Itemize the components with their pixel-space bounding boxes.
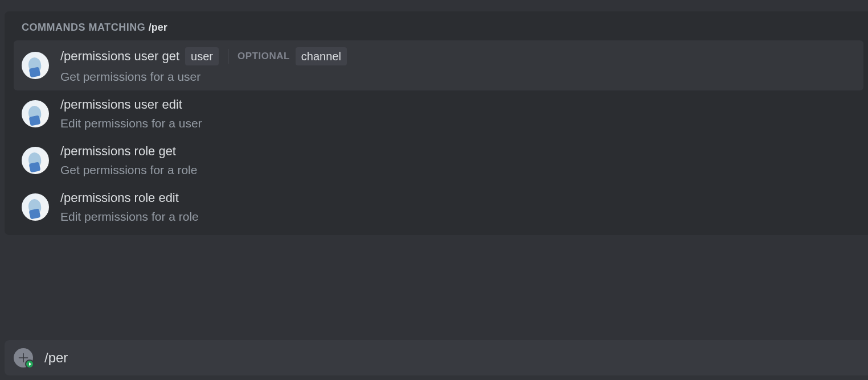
command-autocomplete-panel: COMMANDS MATCHING /per /permissions user…	[5, 11, 868, 235]
command-list: /permissions user getuserOPTIONALchannel…	[5, 40, 868, 230]
param-divider	[228, 49, 228, 64]
command-line: /permissions role edit	[60, 191, 855, 205]
command-item[interactable]: /permissions user editEdit permissions f…	[14, 90, 863, 137]
command-name: /permissions user edit	[60, 97, 182, 112]
autocomplete-header: COMMANDS MATCHING /per	[5, 16, 868, 40]
attach-button[interactable]	[14, 348, 33, 367]
message-input-bar[interactable]	[5, 340, 868, 375]
bot-avatar-icon	[22, 147, 49, 174]
command-content: /permissions user getuserOPTIONALchannel…	[60, 47, 855, 84]
command-description: Edit permissions for a user	[60, 117, 855, 130]
command-name: /permissions role get	[60, 144, 176, 159]
command-name: /permissions role edit	[60, 191, 179, 205]
command-content: /permissions user editEdit permissions f…	[60, 97, 855, 130]
command-line: /permissions user edit	[60, 97, 855, 112]
command-content: /permissions role editEdit permissions f…	[60, 191, 855, 224]
command-item[interactable]: /permissions role getGet permissions for…	[14, 137, 863, 184]
bot-avatar-icon	[22, 100, 49, 127]
command-line: /permissions user getuserOPTIONALchannel	[60, 47, 855, 65]
bot-avatar-icon	[22, 52, 49, 79]
command-item[interactable]: /permissions user getuserOPTIONALchannel…	[14, 40, 863, 90]
message-input[interactable]	[44, 350, 859, 366]
command-content: /permissions role getGet permissions for…	[60, 144, 855, 177]
param-chip: channel	[296, 47, 347, 65]
command-name: /permissions user get	[60, 49, 179, 64]
header-prefix: COMMANDS MATCHING	[22, 22, 149, 33]
param-chip: user	[185, 47, 219, 65]
command-description: Edit permissions for a role	[60, 210, 855, 224]
bot-avatar-icon	[22, 193, 49, 221]
header-query: /per	[149, 22, 167, 33]
optional-label: OPTIONAL	[238, 51, 290, 62]
command-line: /permissions role get	[60, 144, 855, 159]
apps-badge-icon	[25, 360, 34, 369]
command-item[interactable]: /permissions role editEdit permissions f…	[14, 184, 863, 230]
command-description: Get permissions for a user	[60, 70, 855, 84]
command-description: Get permissions for a role	[60, 163, 855, 177]
